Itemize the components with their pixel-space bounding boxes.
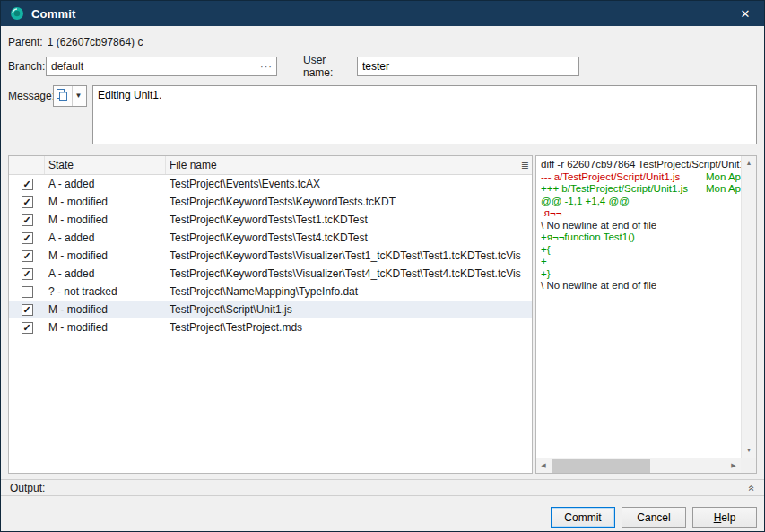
branch-user-row: Branch: default ··· User name: <box>8 57 757 76</box>
diff-panel: diff -r 62607cb97864 TestProject/Script/… <box>535 155 757 474</box>
file-column-header[interactable]: File name <box>166 156 532 174</box>
diff-line: @@ -1,1 +1,4 @@ <box>539 196 741 208</box>
cancel-button[interactable]: Cancel <box>622 507 686 528</box>
diff-line: diff -r 62607cb97864 TestProject/Script/… <box>539 159 741 171</box>
file-checkbox[interactable]: ✓ <box>22 232 33 244</box>
table-row[interactable]: ✓M - modifiedTestProject\Script\Unit1.js <box>9 301 532 318</box>
commit-button[interactable]: Commit <box>551 507 615 528</box>
user-name-input[interactable] <box>357 57 579 76</box>
file-state: M - modified <box>45 249 166 262</box>
file-checkbox[interactable]: ✓ <box>22 214 33 226</box>
diff-line: +я¬¬function Test1() <box>539 231 741 244</box>
scroll-up-icon[interactable]: ▲ <box>742 156 756 170</box>
paste-message-icon <box>54 89 72 103</box>
branch-browse-button[interactable]: ··· <box>256 57 276 75</box>
collapse-output-icon[interactable]: « <box>747 484 758 491</box>
file-name: TestProject\Events\Events.tcAX <box>166 178 532 190</box>
dialog-buttons: Commit Cancel Help <box>8 507 757 528</box>
table-row[interactable]: ✓M - modifiedTestProject\TestProject.mds <box>9 318 532 336</box>
file-checkbox[interactable]: ✓ <box>22 250 33 262</box>
file-table-header: State File name ≣ <box>9 156 532 175</box>
file-state: A - added <box>45 178 166 190</box>
diff-date: Mon Ap <box>706 183 741 196</box>
message-row: Message: ▼ <box>8 85 757 144</box>
horizontal-scroll-thumb[interactable] <box>552 459 650 473</box>
window-title: Commit <box>31 7 76 21</box>
file-checkbox[interactable]: ✓ <box>22 268 33 280</box>
file-state: M - modified <box>45 196 166 208</box>
file-table: State File name ≣ ✓A - addedTestProject\… <box>8 155 533 474</box>
diff-line: +++ b/TestProject/Script/Unit1.jsMon Ap <box>539 183 741 196</box>
scrollbar-corner <box>741 458 756 473</box>
table-row[interactable]: ✓M - modifiedTestProject\KeywordTests\Ke… <box>9 193 532 211</box>
branch-label: Branch: <box>8 60 46 73</box>
column-options-icon[interactable]: ≣ <box>521 159 529 171</box>
file-name: TestProject\Script\Unit1.js <box>166 303 532 316</box>
check-column-header[interactable] <box>9 156 45 174</box>
help-button[interactable]: Help <box>692 507 757 528</box>
file-checkbox[interactable]: ✓ <box>22 196 33 208</box>
commit-message-input[interactable] <box>92 85 757 144</box>
branch-value: default <box>47 60 256 73</box>
diff-line: +{ <box>539 244 741 257</box>
close-icon[interactable]: ✕ <box>735 7 755 21</box>
diff-date: Mon Ap <box>706 171 741 184</box>
file-state: ? - not tracked <box>45 285 166 298</box>
diff-horizontal-scrollbar[interactable]: ◀ ▶ <box>536 458 741 473</box>
file-checkbox[interactable]: ✓ <box>22 304 33 316</box>
file-name: TestProject\KeywordTests\Visualizer\Test… <box>166 249 532 262</box>
title-bar: Commit ✕ <box>1 1 764 26</box>
diff-line: + <box>539 256 741 268</box>
table-row[interactable]: ✓A - addedTestProject\KeywordTests\Visua… <box>9 265 532 283</box>
table-row[interactable]: ✓M - modifiedTestProject\KeywordTests\Vi… <box>9 247 532 265</box>
file-checkbox[interactable] <box>22 286 33 298</box>
parent-value: 1 (62607cb97864) c <box>48 36 143 48</box>
table-row[interactable]: ✓M - modifiedTestProject\KeywordTests\Te… <box>9 211 532 229</box>
file-name: TestProject\KeywordTests\Visualizer\Test… <box>166 267 532 280</box>
diff-line: \ No newline at end of file <box>539 220 741 232</box>
file-checkbox[interactable]: ✓ <box>22 179 33 190</box>
dialog-content: Parent: 1 (62607cb97864) c Branch: defau… <box>1 26 764 532</box>
file-state: A - added <box>45 267 166 280</box>
scroll-left-icon[interactable]: ◀ <box>536 458 551 473</box>
message-history-button[interactable]: ▼ <box>53 85 87 107</box>
chevron-down-icon[interactable]: ▼ <box>72 86 84 106</box>
user-name-label: User name: <box>303 54 357 79</box>
message-label: Message: <box>8 85 53 102</box>
file-checkbox[interactable]: ✓ <box>22 322 33 334</box>
file-name: TestProject\KeywordTests\KeywordTests.tc… <box>166 196 532 208</box>
main-split: State File name ≣ ✓A - addedTestProject\… <box>8 155 757 474</box>
diff-line: -я¬¬ <box>539 207 741 220</box>
file-table-body: ✓A - addedTestProject\Events\Events.tcAX… <box>9 175 532 473</box>
output-label: Output: <box>10 482 45 494</box>
file-state: A - added <box>45 231 166 244</box>
table-row[interactable]: ? - not trackedTestProject\NameMapping\T… <box>9 283 532 301</box>
diff-line: \ No newline at end of file <box>539 280 741 292</box>
state-column-header[interactable]: State <box>45 156 166 174</box>
file-state: M - modified <box>45 303 166 316</box>
file-state: M - modified <box>45 321 166 334</box>
branch-combo[interactable]: default ··· <box>46 57 277 76</box>
file-name: TestProject\KeywordTests\Test1.tcKDTest <box>166 214 532 226</box>
scroll-down-icon[interactable]: ▼ <box>742 443 756 458</box>
diff-content: diff -r 62607cb97864 TestProject/Script/… <box>536 156 741 458</box>
file-name: TestProject\KeywordTests\Test4.tcKDTest <box>166 231 532 244</box>
parent-label: Parent: <box>8 36 43 48</box>
table-row[interactable]: ✓A - addedTestProject\KeywordTests\Test4… <box>9 229 532 247</box>
app-icon <box>10 6 24 21</box>
file-name: TestProject\TestProject.mds <box>166 321 532 334</box>
parent-info: Parent: 1 (62607cb97864) c <box>8 35 757 48</box>
diff-vertical-scrollbar[interactable]: ▲ ▼ <box>741 156 756 458</box>
commit-dialog: Commit ✕ Parent: 1 (62607cb97864) c Bran… <box>0 0 765 532</box>
file-name: TestProject\NameMapping\TypeInfo.dat <box>166 285 532 298</box>
scroll-right-icon[interactable]: ▶ <box>726 458 741 473</box>
table-row[interactable]: ✓A - addedTestProject\Events\Events.tcAX <box>9 175 532 193</box>
diff-line: --- a/TestProject/Script/Unit1.jsMon Ap <box>539 171 741 184</box>
output-bar: Output: « <box>1 479 764 496</box>
file-state: M - modified <box>45 214 166 226</box>
diff-line: +} <box>539 268 741 281</box>
